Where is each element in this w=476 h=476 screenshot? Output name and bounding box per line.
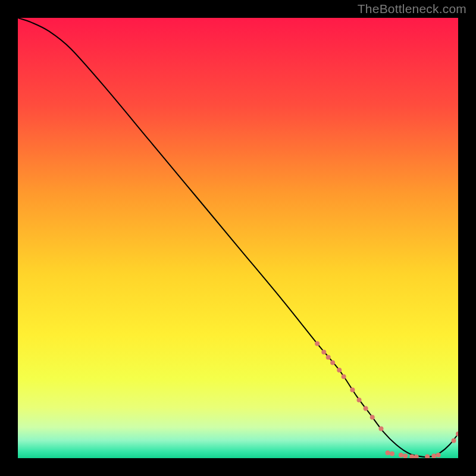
data-point [379, 426, 384, 431]
data-point [326, 355, 331, 360]
data-point [436, 453, 441, 458]
chart-background [18, 18, 458, 458]
chart-frame: TheBottleneck.com [0, 0, 476, 476]
watermark-text: TheBottleneck.com [358, 2, 466, 16]
data-point [452, 438, 456, 443]
data-point [431, 453, 436, 458]
data-point [342, 374, 346, 379]
data-point [364, 406, 368, 411]
chart-svg [18, 18, 458, 458]
data-point [330, 360, 335, 365]
data-point [403, 453, 408, 458]
data-point [315, 342, 320, 346]
data-point [370, 415, 375, 419]
chart-plot [18, 18, 458, 458]
data-point [357, 397, 362, 402]
data-point [321, 350, 326, 355]
data-point [390, 452, 394, 456]
data-point [386, 450, 390, 455]
data-point [337, 368, 342, 372]
data-point [399, 453, 403, 458]
data-point [350, 387, 355, 392]
